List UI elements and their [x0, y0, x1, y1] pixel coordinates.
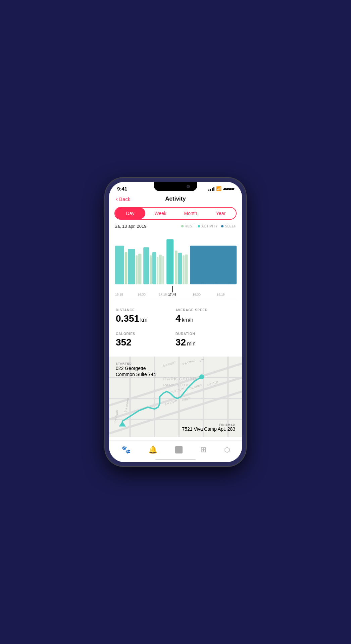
bottom-nav: 🐾 🔔 ⊞ ⬡ — [109, 440, 242, 458]
svg-text:ПАРК-СЛОУП: ПАРК-СЛОУП — [163, 376, 197, 381]
calories-value: 352 — [116, 337, 176, 348]
legend-sleep: SLEEP — [221, 224, 237, 228]
svg-text:17:45: 17:45 — [168, 292, 177, 296]
duration-value: 32 min — [176, 337, 235, 348]
speed-number: 4 — [176, 313, 181, 324]
started-address-line1: 022 Georgette — [116, 365, 156, 371]
svg-text:рит: рит — [199, 358, 205, 362]
sleep-label: SLEEP — [225, 224, 237, 228]
chart-legend: REST ACTIVITY SLEEP — [181, 224, 237, 228]
chart-section: Sa, 13 apr. 2019 REST ACTIVITY SLEEP — [109, 224, 242, 300]
home-indicator — [155, 459, 196, 460]
tab-year[interactable]: Year — [206, 208, 236, 219]
tab-month[interactable]: Month — [176, 208, 206, 219]
svg-rect-7 — [150, 255, 152, 284]
distance-number: 0.351 — [116, 313, 139, 324]
activity-label: ACTIVITY — [201, 224, 218, 228]
calories-label: CALORIES — [116, 332, 176, 336]
tabs-container: Day Week Month Year — [109, 206, 242, 224]
duration-number: 32 — [176, 337, 186, 348]
nav-notifications[interactable]: 🔔 — [145, 444, 161, 455]
svg-text:5-я стрит: 5-я стрит — [162, 360, 177, 368]
speed-value: 4 km/h — [176, 313, 235, 324]
legend-activity: ACTIVITY — [198, 224, 218, 228]
activity-dot — [198, 225, 200, 227]
notch — [154, 182, 197, 191]
notch-camera — [187, 185, 190, 188]
svg-rect-1 — [115, 246, 124, 284]
svg-point-49 — [199, 374, 204, 379]
speed-label: AVERAGE SPEED — [176, 308, 235, 312]
main-content: ‹ Back Activity Day Week Month Year Sa, … — [109, 193, 242, 440]
svg-rect-8 — [152, 252, 156, 284]
status-time: 9:41 — [117, 186, 127, 192]
back-label: Back — [119, 196, 130, 202]
sleep-dot — [221, 225, 223, 227]
bell-icon: 🔔 — [148, 445, 157, 454]
svg-rect-10 — [159, 255, 162, 284]
distance-value: 0.351 km — [116, 313, 176, 324]
header: ‹ Back Activity — [109, 193, 242, 206]
stat-distance: DISTANCE 0.351 km — [116, 306, 176, 329]
duration-unit: min — [187, 341, 196, 347]
svg-rect-14 — [175, 251, 178, 284]
paw-icon: 🐾 — [121, 445, 131, 454]
square-icon — [175, 446, 183, 453]
rest-label: REST — [185, 224, 195, 228]
started-address-line2: Common Suite 744 — [116, 371, 156, 377]
tab-day[interactable]: Day — [115, 208, 145, 219]
phone-frame: 9:41 📶 ▰▰▰▰ ‹ Back Activity — [105, 178, 246, 466]
svg-rect-15 — [178, 253, 182, 284]
status-icons: 📶 ▰▰▰▰ — [208, 186, 234, 191]
svg-rect-6 — [143, 247, 149, 284]
nav-home[interactable]: ⊞ — [197, 444, 210, 455]
duration-label: DURATION — [176, 332, 235, 336]
map-section[interactable]: 5-я стрит 3-я стрит рит 8-я стрит 7-я ст… — [109, 357, 242, 437]
finished-label-text: FINISHED — [182, 423, 235, 426]
svg-rect-3 — [128, 249, 135, 284]
svg-rect-4 — [136, 255, 138, 284]
svg-text:3-я стрит: 3-я стрит — [182, 359, 196, 366]
svg-text:16:30: 16:30 — [138, 292, 146, 296]
svg-rect-17 — [185, 254, 188, 284]
nav-pet[interactable]: 🐾 — [118, 444, 134, 455]
chart-date: Sa, 13 apr. 2019 — [114, 224, 146, 229]
svg-marker-48 — [119, 421, 126, 427]
stat-calories: CALORIES 352 — [116, 329, 176, 353]
svg-text:PARK SLOPE: PARK SLOPE — [163, 383, 192, 387]
svg-rect-5 — [138, 254, 142, 284]
page-title: Activity — [165, 196, 186, 202]
started-label-text: STARTED — [116, 362, 156, 365]
distance-unit: km — [140, 317, 147, 323]
calories-number: 352 — [116, 337, 132, 348]
period-tabs: Day Week Month Year — [114, 207, 237, 220]
chart-svg: 15:15 16:30 17:15 17:45 18:30 19:15 — [114, 231, 237, 299]
phone-screen: 9:41 📶 ▰▰▰▰ ‹ Back Activity — [109, 182, 242, 462]
hexagon-icon: ⬡ — [224, 446, 230, 454]
chart-header: Sa, 13 apr. 2019 REST ACTIVITY SLEEP — [114, 224, 237, 229]
stat-speed: AVERAGE SPEED 4 km/h — [176, 306, 235, 329]
activity-chart[interactable]: 15:15 16:30 17:15 17:45 18:30 19:15 — [114, 231, 237, 300]
home-icon: ⊞ — [200, 445, 206, 454]
signal-icon — [208, 187, 214, 191]
svg-rect-12 — [166, 239, 173, 284]
wifi-icon: 📶 — [216, 186, 221, 191]
svg-rect-11 — [162, 256, 164, 284]
nav-activity[interactable] — [172, 445, 186, 455]
svg-text:18:30: 18:30 — [193, 292, 201, 296]
battery-icon: ▰▰▰▰ — [223, 186, 234, 191]
stats-grid: DISTANCE 0.351 km AVERAGE SPEED 4 km/h — [109, 300, 242, 353]
svg-text:15:15: 15:15 — [115, 292, 123, 296]
tab-week[interactable]: Week — [145, 208, 176, 219]
stat-duration: DURATION 32 min — [176, 329, 235, 353]
finished-address: 7521 Viva Camp Apt. 283 — [182, 426, 235, 432]
back-chevron-icon: ‹ — [116, 196, 118, 203]
svg-text:8-я стрит: 8-я стрит — [171, 386, 185, 394]
svg-rect-9 — [157, 257, 158, 284]
nav-settings[interactable]: ⬡ — [221, 444, 233, 455]
svg-text:19:15: 19:15 — [217, 292, 225, 296]
svg-rect-2 — [125, 252, 128, 284]
svg-text:17:15: 17:15 — [159, 292, 167, 296]
legend-rest: REST — [181, 224, 195, 228]
back-button[interactable]: ‹ Back — [116, 196, 130, 203]
